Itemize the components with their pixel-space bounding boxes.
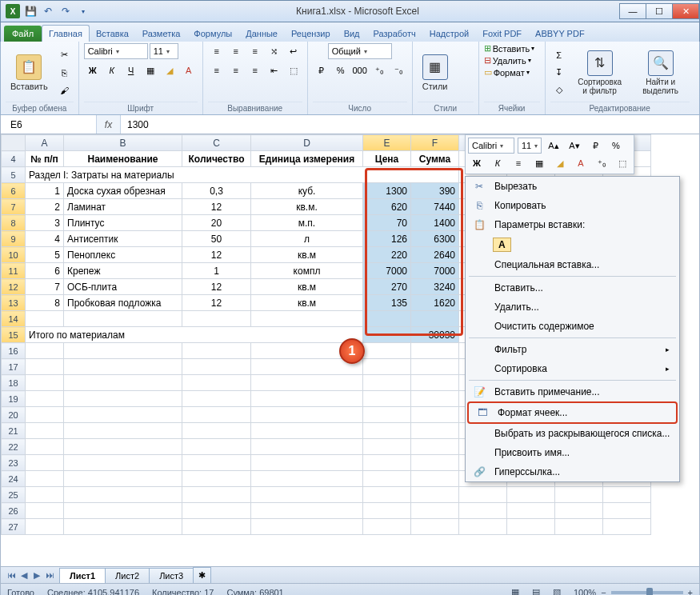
ctx-paste-values[interactable]: A	[466, 234, 679, 255]
tab-abbyy[interactable]: ABBYY PDF	[529, 26, 592, 42]
wrap-text-icon[interactable]: ↩	[285, 43, 302, 59]
zoom-level[interactable]: 100%	[574, 588, 596, 596]
cell[interactable]	[251, 407, 363, 423]
close-button[interactable]: ✕	[672, 3, 699, 19]
cell[interactable]	[363, 439, 411, 455]
cell[interactable]	[411, 423, 459, 439]
cell[interactable]	[251, 455, 363, 471]
cell[interactable]	[603, 503, 651, 519]
cell[interactable]: Пробковая подложка	[64, 295, 182, 311]
col-header-e[interactable]: E	[363, 135, 411, 151]
cell[interactable]: 7440	[411, 199, 459, 215]
cell[interactable]	[411, 455, 459, 471]
cell[interactable]	[26, 311, 64, 327]
cell[interactable]: 7	[26, 279, 64, 295]
cell[interactable]: кв.м	[251, 295, 363, 311]
tab-layout[interactable]: Разметка	[136, 26, 188, 42]
cell[interactable]	[182, 343, 251, 359]
format-painter-icon[interactable]: 🖌	[56, 82, 74, 98]
cell[interactable]: Антисептик	[64, 231, 182, 247]
mini-decimals-icon[interactable]: ⁺₀	[593, 155, 610, 171]
cell[interactable]	[507, 503, 555, 519]
dec-decimal-icon[interactable]: ⁻₀	[390, 62, 407, 78]
cell[interactable]	[26, 487, 64, 503]
cell[interactable]	[363, 519, 411, 535]
save-icon[interactable]: 💾	[23, 4, 38, 18]
cell[interactable]: 620	[363, 199, 411, 215]
cell[interactable]: 12	[182, 247, 251, 263]
cell[interactable]: Единица измерения	[251, 151, 363, 167]
cell[interactable]	[182, 455, 251, 471]
cell[interactable]	[459, 503, 507, 519]
ctx-dropdown-list[interactable]: Выбрать из раскрывающегося списка...	[466, 424, 679, 443]
tab-insert[interactable]: Вставка	[90, 26, 136, 42]
cell[interactable]	[555, 503, 603, 519]
cell[interactable]	[507, 487, 555, 503]
fill-color-button[interactable]: ◢	[161, 62, 178, 78]
cell[interactable]	[182, 471, 251, 487]
align-left-icon[interactable]: ≡	[208, 62, 226, 78]
cell[interactable]: 2640	[411, 247, 459, 263]
cell[interactable]: куб.	[251, 183, 363, 199]
cell[interactable]	[507, 519, 555, 535]
underline-button[interactable]: Ч	[122, 62, 140, 78]
cell[interactable]: 270	[363, 279, 411, 295]
cell[interactable]	[251, 519, 363, 535]
col-header-f[interactable]: F	[411, 135, 459, 151]
name-box[interactable]: E6	[1, 115, 97, 134]
cell[interactable]: 4	[26, 231, 64, 247]
cell[interactable]: Цена	[363, 151, 411, 167]
cell[interactable]: Итого по материалам	[26, 327, 363, 343]
italic-button[interactable]: К	[103, 62, 121, 78]
ctx-insert[interactable]: Вставить...	[466, 278, 679, 298]
sheet-tab-1[interactable]: Лист1	[59, 568, 106, 583]
cell[interactable]	[363, 471, 411, 487]
cell[interactable]	[363, 327, 411, 343]
mini-fill-icon[interactable]: ◢	[551, 155, 569, 171]
percent-icon[interactable]: %	[332, 62, 350, 78]
tab-data[interactable]: Данные	[239, 26, 285, 42]
row-header[interactable]: 6	[2, 183, 26, 199]
border-button[interactable]: ▦	[142, 62, 159, 78]
view-break-icon[interactable]: ▧	[553, 587, 561, 595]
cell[interactable]: л	[251, 231, 363, 247]
cut-icon[interactable]: ✂	[56, 47, 74, 63]
fill-icon[interactable]: ↧	[550, 65, 568, 81]
zoom-in-icon[interactable]: +	[688, 588, 693, 596]
cell[interactable]	[251, 471, 363, 487]
cell[interactable]: кв.м.	[251, 199, 363, 215]
cell[interactable]	[26, 471, 64, 487]
ctx-copy[interactable]: ⎘Копировать	[466, 196, 679, 215]
cell[interactable]	[411, 375, 459, 391]
zoom-out-icon[interactable]: −	[601, 588, 606, 596]
view-normal-icon[interactable]: ▦	[511, 587, 519, 595]
cell[interactable]: № п/п	[26, 151, 64, 167]
align-bot-icon[interactable]: ≡	[246, 43, 264, 59]
cell[interactable]	[182, 503, 251, 519]
sheet-nav-prev-icon[interactable]: ◀	[18, 570, 30, 581]
select-all-corner[interactable]	[2, 135, 26, 151]
styles-button[interactable]: ▦Стили	[418, 53, 453, 93]
cell[interactable]	[26, 343, 64, 359]
cell[interactable]	[251, 423, 363, 439]
cell[interactable]	[182, 487, 251, 503]
sheet-tab-new[interactable]: ✱	[193, 567, 211, 583]
cell[interactable]	[64, 375, 182, 391]
currency-icon[interactable]: ₽	[313, 62, 330, 78]
cell[interactable]	[26, 375, 64, 391]
cell[interactable]: 70	[363, 215, 411, 231]
sheet-nav-last-icon[interactable]: ⏭	[44, 570, 55, 581]
cell[interactable]: 1400	[411, 215, 459, 231]
row-header[interactable]: 25	[2, 487, 26, 503]
sheet-nav-first-icon[interactable]: ⏮	[6, 570, 17, 581]
maximize-button[interactable]: ☐	[646, 3, 673, 19]
col-header-a[interactable]: A	[26, 135, 64, 151]
ctx-format-cells[interactable]: 🗔Формат ячеек...	[467, 401, 678, 424]
worksheet-grid[interactable]: A B C D E F G H I J 4№ п/пНаименованиеКо…	[0, 134, 700, 566]
cell[interactable]: 135	[363, 295, 411, 311]
cell[interactable]: Доска сухая обрезная	[64, 183, 182, 199]
ctx-sort[interactable]: Сортировка▸	[466, 359, 679, 378]
ctx-define-name[interactable]: Присвоить имя...	[466, 443, 679, 462]
redo-icon[interactable]: ↷	[58, 4, 73, 18]
row-header[interactable]: 26	[2, 503, 26, 519]
